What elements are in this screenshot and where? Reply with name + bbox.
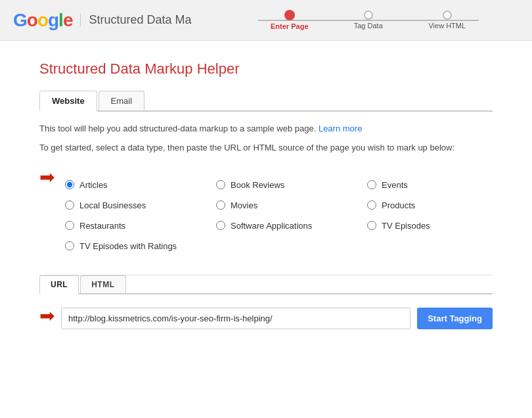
radio-products-input[interactable] xyxy=(367,200,376,210)
url-tab-html[interactable]: HTML xyxy=(80,275,125,293)
url-input-row: Start Tagging xyxy=(61,308,493,329)
step-label-view-html: View HTML xyxy=(428,22,466,30)
radio-restaurants-input[interactable] xyxy=(65,221,74,230)
radio-articles-input[interactable] xyxy=(65,180,74,189)
radio-movies-input[interactable] xyxy=(216,200,225,210)
page-heading: Structured Data Markup Helper xyxy=(39,60,493,78)
step-tag-data: Tag Data xyxy=(329,11,408,30)
url-section: URL HTML ➡ Start Tagging xyxy=(39,275,493,329)
tab-email[interactable]: Email xyxy=(99,91,145,110)
radio-tv-episodes-ratings-input[interactable] xyxy=(65,241,74,250)
radio-products[interactable]: Products xyxy=(367,200,512,210)
main-content: Structured Data Markup Helper Website Em… xyxy=(0,41,532,349)
start-tagging-button[interactable]: Start Tagging xyxy=(417,308,493,329)
radio-software-applications[interactable]: Software Applications xyxy=(216,221,361,231)
header: Google Structured Data Ma Enter Page Tag… xyxy=(0,0,532,41)
url-arrow-icon: ➡ xyxy=(39,305,55,327)
google-logo: Google xyxy=(13,10,72,31)
radio-local-businesses-input[interactable] xyxy=(65,200,74,210)
radio-articles[interactable]: Articles xyxy=(65,180,210,190)
content-tabs: Website Email xyxy=(39,91,493,112)
logo-area: Google Structured Data Ma xyxy=(13,10,192,31)
radio-events[interactable]: Events xyxy=(367,180,512,190)
learn-more-link[interactable]: Learn more xyxy=(319,124,362,133)
description-line1: This tool will help you add structured-d… xyxy=(39,122,493,136)
step-view-html: View HTML xyxy=(408,11,487,30)
radio-software-applications-input[interactable] xyxy=(216,221,225,230)
step-dot-view-html xyxy=(443,11,452,20)
tab-website[interactable]: Website xyxy=(39,91,97,112)
arrow-icon: ➡ xyxy=(39,168,55,187)
url-tabs: URL HTML xyxy=(39,275,493,294)
url-input[interactable] xyxy=(61,308,410,329)
steps-track: Enter Page Tag Data View HTML xyxy=(250,10,487,30)
data-types-grid: Articles Book Reviews Events Local Busin… xyxy=(65,180,512,251)
radio-tv-episodes-ratings[interactable]: TV Episodes with Ratings xyxy=(65,241,210,251)
steps-bar: Enter Page Tag Data View HTML xyxy=(218,10,519,30)
step-dot-tag-data xyxy=(364,11,373,20)
step-dot-enter-page xyxy=(284,10,295,20)
radio-events-input[interactable] xyxy=(367,180,376,189)
data-types-section-wrapper: ➡ Articles Book Reviews Events Local Bus… xyxy=(39,167,493,251)
step-label-enter-page: Enter Page xyxy=(271,22,308,30)
step-enter-page: Enter Page xyxy=(250,10,329,30)
radio-movies[interactable]: Movies xyxy=(216,200,361,210)
radio-tv-episodes-input[interactable] xyxy=(367,221,376,230)
url-input-row-wrapper: ➡ Start Tagging xyxy=(39,302,493,329)
url-tab-url[interactable]: URL xyxy=(39,275,79,294)
step-label-tag-data: Tag Data xyxy=(354,22,383,30)
radio-book-reviews-input[interactable] xyxy=(216,180,225,189)
radio-tv-episodes[interactable]: TV Episodes xyxy=(367,221,512,231)
app-title: Structured Data Ma xyxy=(80,13,191,27)
arrow-indicator: ➡ xyxy=(39,168,61,187)
radio-book-reviews[interactable]: Book Reviews xyxy=(216,180,361,190)
description-line2: To get started, select a data type, then… xyxy=(39,141,493,155)
radio-restaurants[interactable]: Restaurants xyxy=(65,221,210,231)
radio-local-businesses[interactable]: Local Businesses xyxy=(65,200,210,210)
